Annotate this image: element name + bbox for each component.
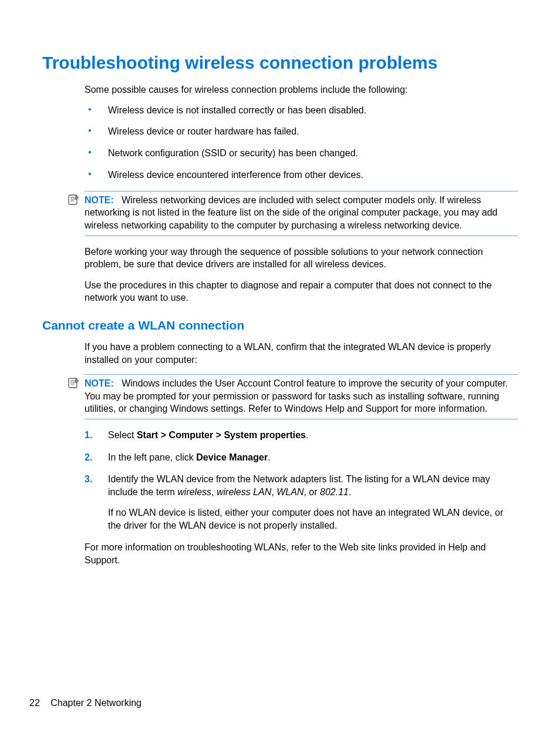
note-label: NOTE: bbox=[85, 195, 114, 205]
causes-list: Wireless device is not installed correct… bbox=[85, 105, 518, 182]
note-box: NOTE: Wireless networking devices are in… bbox=[85, 191, 518, 236]
note-box: NOTE: Windows includes the User Account … bbox=[85, 374, 518, 419]
section-title: Cannot create a WLAN connection bbox=[42, 318, 518, 332]
step-item: In the left pane, click Device Manager. bbox=[85, 451, 518, 464]
step-item: Select Start > Computer > System propert… bbox=[85, 429, 518, 442]
step-item: Identify the WLAN device from the Networ… bbox=[85, 473, 518, 532]
list-item: Wireless device encountered interference… bbox=[85, 169, 518, 182]
page-number: 22 bbox=[29, 698, 40, 708]
page-footer: 22 Chapter 2 Networking bbox=[29, 698, 141, 708]
list-item: Network configuration (SSID or security)… bbox=[85, 147, 518, 160]
step-subtext: If no WLAN device is listed, either your… bbox=[108, 506, 518, 532]
body-text: Before working your way through the sequ… bbox=[85, 246, 518, 271]
list-item: Wireless device is not installed correct… bbox=[85, 105, 518, 117]
chapter-label: Chapter 2 Networking bbox=[50, 698, 141, 708]
body-text: Use the procedures in this chapter to di… bbox=[85, 279, 518, 304]
list-item: Wireless device or router hardware has f… bbox=[85, 126, 518, 138]
note-icon bbox=[68, 378, 80, 388]
note-content: NOTE: Wireless networking devices are in… bbox=[85, 195, 498, 230]
body-text: If you have a problem connecting to a WL… bbox=[85, 341, 518, 366]
note-content: NOTE: Windows includes the User Account … bbox=[85, 378, 508, 414]
note-label: NOTE: bbox=[85, 378, 114, 388]
steps-list: Select Start > Computer > System propert… bbox=[85, 429, 518, 532]
intro-text: Some possible causes for wireless connec… bbox=[85, 83, 518, 96]
page-title: Troubleshooting wireless connection prob… bbox=[42, 53, 518, 73]
body-text: For more information on troubleshooting … bbox=[85, 541, 518, 566]
note-icon bbox=[68, 194, 80, 205]
